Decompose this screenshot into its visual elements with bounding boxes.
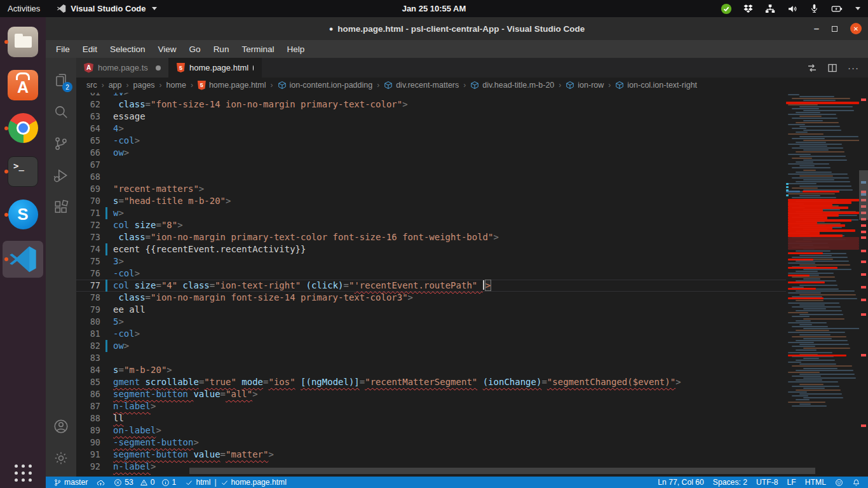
code-line-83[interactable]: 83 (76, 352, 786, 364)
code-line-68[interactable]: 68 (76, 171, 786, 183)
code-line-86[interactable]: 86segment-button value="all"> (76, 388, 786, 400)
code-line-61[interactable]: 61iv> (76, 93, 786, 98)
menu-item-selection[interactable]: Selection (104, 43, 152, 56)
dock-item-ubuntu-software[interactable]: A (3, 68, 43, 102)
code-line-64[interactable]: 644> (76, 123, 786, 135)
sync-publish-button[interactable] (97, 478, 105, 487)
activities-button[interactable]: Activities (8, 4, 40, 13)
dropbox-icon (743, 3, 754, 14)
code-lines[interactable]: 61iv>62 class="font-size-14 ion-no-margi… (76, 93, 786, 473)
code-line-62[interactable]: 62 class="font-size-14 ion-no-margin pri… (76, 98, 786, 111)
extensions-icon[interactable] (46, 191, 76, 223)
tab-home-page-html[interactable]: 5 home.page.html (169, 58, 262, 78)
code-line-75[interactable]: 753> (76, 255, 786, 268)
split-editor-icon[interactable] (827, 63, 837, 73)
breadcrumb-item[interactable]: div.head-title.m-b-20 (470, 81, 554, 90)
breadcrumb-item[interactable]: home (166, 81, 186, 90)
code-line-88[interactable]: 88ll (76, 412, 786, 424)
dock-item-vscode[interactable] (3, 241, 43, 278)
vertical-scrollbar-thumb[interactable] (859, 170, 868, 220)
account-icon[interactable] (46, 410, 76, 442)
git-branch-status[interactable]: master (53, 478, 88, 487)
code-editor[interactable]: 61iv>62 class="font-size-14 ion-no-margi… (76, 93, 868, 477)
code-line-71[interactable]: 71w> (76, 207, 786, 219)
code-text: "recent-matters"> (100, 184, 204, 194)
dock-item-chrome[interactable] (3, 111, 43, 145)
problems-status[interactable]: 53 0 1 (114, 478, 176, 487)
menu-item-view[interactable]: View (152, 43, 183, 56)
code-line-78[interactable]: 78 class="ion-no-margin font-size-14 pri… (76, 292, 786, 304)
settings-gear-icon[interactable] (46, 442, 76, 474)
modified-dot-icon[interactable] (156, 65, 161, 71)
menu-item-help[interactable]: Help (280, 43, 311, 56)
code-line-63[interactable]: 63essage (76, 111, 786, 123)
code-line-90[interactable]: 90-segment-button> (76, 437, 786, 449)
code-line-84[interactable]: 84s="m-b-20"> (76, 364, 786, 376)
breadcrumb-item[interactable]: src (86, 81, 97, 90)
menu-item-run[interactable]: Run (207, 43, 236, 56)
menu-item-go[interactable]: Go (183, 43, 207, 56)
system-tray[interactable] (721, 3, 868, 15)
clock[interactable]: Jan 25 10:55 AM (402, 4, 466, 13)
code-line-81[interactable]: 81-col> (76, 328, 786, 340)
notifications-bell-icon[interactable] (852, 478, 860, 487)
line-number: 81 (76, 328, 100, 340)
show-applications-button[interactable] (15, 464, 32, 482)
menu-item-file[interactable]: File (50, 43, 76, 56)
run-debug-icon[interactable] (46, 159, 76, 191)
code-line-87[interactable]: 87n-label> (76, 400, 786, 412)
code-line-82[interactable]: 82ow> (76, 340, 786, 352)
close-button[interactable]: ✕ (850, 23, 862, 34)
eol-status[interactable]: LF (787, 478, 796, 487)
breadcrumb-item[interactable]: ion-col.ion-text-right (615, 81, 697, 90)
code-text: -segment-button> (100, 437, 199, 447)
code-line-76[interactable]: 76-col> (76, 268, 786, 280)
dock-item-skype[interactable]: S (3, 198, 43, 231)
breadcrumb-item[interactable]: app (109, 81, 122, 90)
more-actions-icon[interactable]: ··· (848, 65, 859, 71)
modified-dot-icon[interactable] (253, 65, 254, 71)
app-menu-button[interactable]: Visual Studio Code (57, 4, 156, 13)
code-text: class="ion-no-margin primary-text-color … (100, 232, 499, 242)
horizontal-scrollbar-thumb[interactable] (189, 468, 815, 474)
code-line-77[interactable]: 77col size="4" class="ion-text-right" (c… (76, 280, 786, 292)
code-line-67[interactable]: 67 (76, 159, 786, 171)
code-line-73[interactable]: 73 class="ion-no-margin primary-text-col… (76, 231, 786, 243)
code-line-70[interactable]: 70s="head-title m-b-20"> (76, 195, 786, 207)
breadcrumb-item[interactable]: ion-content.ion-padding (278, 81, 373, 90)
code-line-69[interactable]: 69"recent-matters"> (76, 183, 786, 195)
code-line-79[interactable]: 79ee all (76, 304, 786, 316)
tab-home-page-ts[interactable]: A home.page.ts (76, 58, 169, 78)
title-bar[interactable]: ● home.page.html - psl-client-central-Ap… (46, 17, 868, 40)
code-line-89[interactable]: 89on-label> (76, 424, 786, 437)
minimap[interactable] (786, 93, 859, 477)
minimize-button[interactable]: – (814, 25, 819, 32)
open-changes-icon[interactable] (807, 63, 817, 73)
feedback-icon[interactable] (835, 478, 843, 487)
code-line-72[interactable]: 72col size="8"> (76, 219, 786, 231)
code-line-74[interactable]: 74ecent {{recentEvent.recentActivity}} (76, 243, 786, 255)
code-line-66[interactable]: 66ow> (76, 147, 786, 159)
dock-item-files[interactable] (3, 25, 43, 58)
encoding-status[interactable]: UTF-8 (756, 478, 778, 487)
breadcrumb-item[interactable]: 5home.page.html (198, 81, 266, 90)
menu-item-terminal[interactable]: Terminal (235, 43, 280, 56)
code-line-85[interactable]: 85gment scrollable="true" mode="ios" [(n… (76, 376, 786, 388)
cursor-position[interactable]: Ln 77, Col 60 (658, 478, 704, 487)
code-line-80[interactable]: 805> (76, 316, 786, 328)
breadcrumb-item[interactable]: pages (133, 81, 155, 90)
code-line-65[interactable]: 65-col> (76, 135, 786, 147)
code-text: iv> (100, 93, 129, 97)
explorer-icon[interactable]: 2 (46, 64, 76, 96)
breadcrumb-item[interactable]: ion-row (566, 81, 604, 90)
search-icon[interactable] (46, 96, 76, 128)
breadcrumb-item[interactable]: div.recent-matters (384, 81, 459, 90)
source-control-icon[interactable] (46, 128, 76, 159)
maximize-button[interactable] (832, 26, 837, 32)
dock-item-terminal[interactable]: >_ (3, 154, 43, 188)
code-line-91[interactable]: 91segment-button value="matter"> (76, 449, 786, 461)
linter-status[interactable]: html | home.page.html (185, 478, 287, 487)
language-mode[interactable]: HTML (805, 478, 826, 487)
indentation-status[interactable]: Spaces: 2 (713, 478, 747, 487)
menu-item-edit[interactable]: Edit (76, 43, 104, 56)
